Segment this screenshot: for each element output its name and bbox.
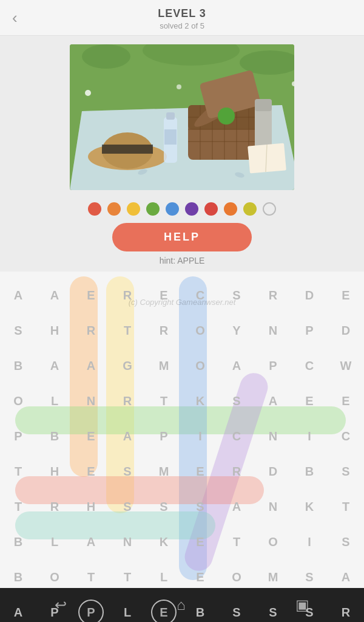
grid-cell-r6-c6[interactable]: A [218, 489, 255, 524]
grid-cell-r2-c3[interactable]: G [109, 348, 146, 383]
grid-cell-r8-c7[interactable]: M [255, 559, 291, 595]
grid-cell-r9-c0[interactable]: A [0, 595, 36, 622]
grid-cell-r8-c5[interactable]: E [182, 559, 218, 595]
grid-cell-r1-c3[interactable]: T [109, 313, 146, 348]
grid-cell-r8-c6[interactable]: O [218, 559, 255, 595]
grid-cell-r1-c7[interactable]: N [255, 313, 291, 348]
grid-cell-r1-c1[interactable]: H [36, 313, 73, 348]
color-dot-1[interactable] [107, 202, 121, 216]
grid-cell-r2-c8[interactable]: C [291, 348, 328, 383]
grid-cell-r2-c2[interactable]: A [73, 348, 109, 383]
grid-cell-r8-c8[interactable]: S [291, 559, 328, 595]
grid-cell-r5-c0[interactable]: T [0, 454, 36, 489]
grid-cell-r7-c4[interactable]: K [146, 524, 182, 559]
help-button[interactable]: HELP [112, 223, 252, 251]
grid-cell-r4-c8[interactable]: I [291, 419, 328, 454]
grid-cell-r6-c7[interactable]: N [255, 489, 291, 524]
grid-cell-r6-c5[interactable]: S [182, 489, 218, 524]
grid-cell-r1-c8[interactable]: P [291, 313, 328, 348]
grid-cell-r9-c3[interactable]: L [109, 595, 146, 622]
grid-cell-r0-c1[interactable]: A [36, 278, 73, 313]
grid-cell-r7-c8[interactable]: I [291, 524, 328, 559]
grid-cell-r6-c4[interactable]: S [146, 489, 182, 524]
grid-cell-r5-c4[interactable]: M [146, 454, 182, 489]
grid-cell-r0-c4[interactable]: E [146, 278, 182, 313]
grid-cell-r0-c6[interactable]: S [218, 278, 255, 313]
grid-cell-r9-c5[interactable]: B [182, 595, 218, 622]
color-dot-0[interactable] [88, 202, 101, 216]
color-dot-6[interactable] [204, 202, 218, 216]
grid-cell-r6-c8[interactable]: K [291, 489, 328, 524]
color-dot-8[interactable] [243, 202, 257, 216]
grid-cell-r3-c9[interactable]: E [328, 383, 364, 419]
grid-cell-r9-c6[interactable]: S [218, 595, 255, 622]
grid-cell-r3-c7[interactable]: A [255, 383, 291, 419]
grid-cell-r0-c5[interactable]: C [182, 278, 218, 313]
grid-cell-r0-c3[interactable]: R [109, 278, 146, 313]
grid-cell-r7-c1[interactable]: L [36, 524, 73, 559]
color-dot-2[interactable] [127, 202, 140, 216]
grid-cell-r5-c5[interactable]: E [182, 454, 218, 489]
color-dot-9[interactable] [263, 202, 276, 216]
grid-cell-r7-c5[interactable]: E [182, 524, 218, 559]
grid-cell-r4-c7[interactable]: N [255, 419, 291, 454]
grid-cell-r8-c1[interactable]: O [36, 559, 73, 595]
grid-cell-r6-c9[interactable]: T [328, 489, 364, 524]
color-dot-4[interactable] [166, 202, 179, 216]
grid-cell-r5-c7[interactable]: D [255, 454, 291, 489]
grid-cell-r5-c3[interactable]: S [109, 454, 146, 489]
grid-cell-r3-c0[interactable]: O [0, 383, 36, 419]
back-button[interactable]: ‹ [12, 9, 18, 27]
grid-cell-r9-c9[interactable]: R [328, 595, 364, 622]
grid-cell-r2-c7[interactable]: P [255, 348, 291, 383]
grid-cell-r0-c7[interactable]: R [255, 278, 291, 313]
grid-cell-r3-c2[interactable]: N [73, 383, 109, 419]
grid-cell-r2-c5[interactable]: O [182, 348, 218, 383]
grid-cell-r1-c0[interactable]: S [0, 313, 36, 348]
grid-cell-r7-c3[interactable]: N [109, 524, 146, 559]
grid-cell-r4-c9[interactable]: C [328, 419, 364, 454]
grid-cell-r9-c7[interactable]: S [255, 595, 291, 622]
grid-cell-r0-c0[interactable]: A [0, 278, 36, 313]
grid-cell-r2-c0[interactable]: B [0, 348, 36, 383]
grid-cell-r0-c2[interactable]: E [73, 278, 109, 313]
grid-cell-r9-c4[interactable]: E [146, 595, 182, 622]
grid-cell-r8-c9[interactable]: A [328, 559, 364, 595]
grid-cell-r3-c4[interactable]: T [146, 383, 182, 419]
grid-cell-r4-c3[interactable]: A [109, 419, 146, 454]
grid-cell-r7-c7[interactable]: O [255, 524, 291, 559]
grid-cell-r7-c0[interactable]: B [0, 524, 36, 559]
grid-cell-r9-c2[interactable]: P [73, 595, 109, 622]
grid-cell-r1-c9[interactable]: D [328, 313, 364, 348]
grid-cell-r0-c8[interactable]: D [291, 278, 328, 313]
grid-cell-r4-c4[interactable]: P [146, 419, 182, 454]
grid-cell-r6-c1[interactable]: R [36, 489, 73, 524]
grid-cell-r3-c1[interactable]: L [36, 383, 73, 419]
grid-cell-r3-c8[interactable]: E [291, 383, 328, 419]
grid-cell-r2-c4[interactable]: M [146, 348, 182, 383]
grid-cell-r7-c2[interactable]: A [73, 524, 109, 559]
grid-cell-r2-c1[interactable]: A [36, 348, 73, 383]
grid-cell-r8-c0[interactable]: B [0, 559, 36, 595]
grid-cell-r8-c3[interactable]: T [109, 559, 146, 595]
grid-cell-r1-c2[interactable]: R [73, 313, 109, 348]
color-dot-5[interactable] [185, 202, 198, 216]
grid-cell-r5-c9[interactable]: S [328, 454, 364, 489]
grid-cell-r9-c8[interactable]: S [291, 595, 328, 622]
grid-cell-r1-c6[interactable]: Y [218, 313, 255, 348]
grid-cell-r7-c6[interactable]: T [218, 524, 255, 559]
grid-cell-r8-c2[interactable]: T [73, 559, 109, 595]
grid-cell-r5-c2[interactable]: E [73, 454, 109, 489]
grid-cell-r9-c1[interactable]: P [36, 595, 73, 622]
grid-cell-r5-c6[interactable]: R [218, 454, 255, 489]
grid-cell-r4-c0[interactable]: P [0, 419, 36, 454]
grid-cell-r6-c3[interactable]: S [109, 489, 146, 524]
color-dot-7[interactable] [224, 202, 237, 216]
grid-cell-r6-c0[interactable]: T [0, 489, 36, 524]
grid-cell-r5-c1[interactable]: H [36, 454, 73, 489]
grid-cell-r3-c3[interactable]: R [109, 383, 146, 419]
grid-cell-r4-c2[interactable]: E [73, 419, 109, 454]
grid-cell-r4-c6[interactable]: C [218, 419, 255, 454]
grid-cell-r3-c6[interactable]: S [218, 383, 255, 419]
grid-cell-r0-c9[interactable]: E [328, 278, 364, 313]
